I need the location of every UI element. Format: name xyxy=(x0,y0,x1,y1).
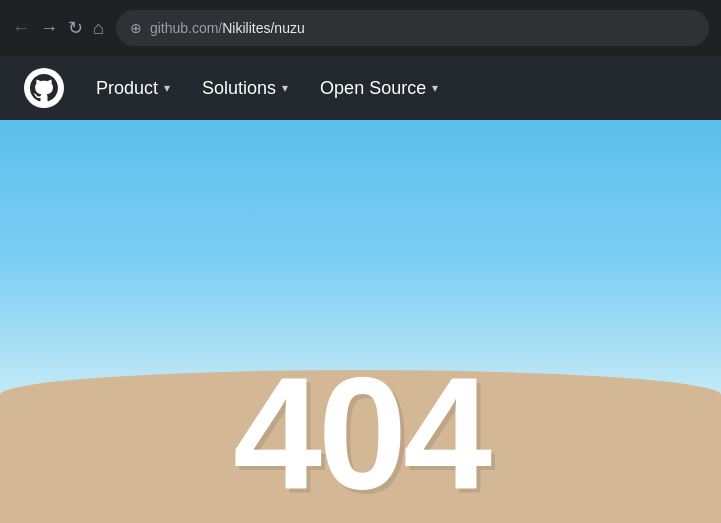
product-chevron-icon: ▾ xyxy=(164,81,170,95)
github-logo[interactable] xyxy=(24,68,64,108)
nav-open-source-label: Open Source xyxy=(320,78,426,99)
github-logo-icon xyxy=(30,74,58,102)
address-text: github.com/Nikilites/nuzu xyxy=(150,20,305,36)
forward-button[interactable]: → xyxy=(40,19,58,37)
open-source-chevron-icon: ▾ xyxy=(432,81,438,95)
reload-button[interactable]: ↻ xyxy=(68,19,83,37)
nav-solutions-label: Solutions xyxy=(202,78,276,99)
address-icon: ⊕ xyxy=(130,20,142,36)
browser-chrome: ← → ↻ ⌂ ⊕ github.com/Nikilites/nuzu xyxy=(0,0,721,56)
nav-item-open-source[interactable]: Open Source ▾ xyxy=(320,78,438,99)
browser-nav-buttons: ← → ↻ ⌂ xyxy=(12,19,104,37)
address-bar[interactable]: ⊕ github.com/Nikilites/nuzu xyxy=(116,10,709,46)
solutions-chevron-icon: ▾ xyxy=(282,81,288,95)
error-code: 404 xyxy=(233,353,488,513)
back-button[interactable]: ← xyxy=(12,19,30,37)
nav-product-label: Product xyxy=(96,78,158,99)
nav-item-product[interactable]: Product ▾ xyxy=(96,78,170,99)
nav-item-solutions[interactable]: Solutions ▾ xyxy=(202,78,288,99)
github-navbar: Product ▾ Solutions ▾ Open Source ▾ xyxy=(0,56,721,120)
home-button[interactable]: ⌂ xyxy=(93,19,104,37)
page-content: 404 xyxy=(0,120,721,523)
